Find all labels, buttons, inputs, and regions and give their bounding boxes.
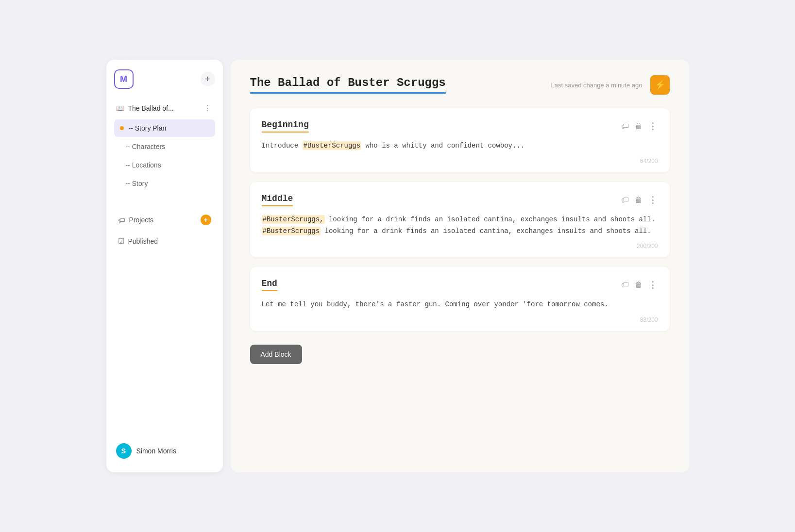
more-icon: ⋮ [648, 280, 657, 290]
story-title: The Ballad of Buster Scruggs [250, 76, 446, 94]
trash-icon: 🗑 [635, 281, 643, 289]
sidebar-item-label: -- Story Plan [129, 124, 167, 132]
check-icon: ☑ [118, 237, 124, 246]
block-actions-beginning: 🏷 🗑 ⋮ [620, 120, 658, 133]
trash-icon: 🗑 [635, 122, 643, 130]
tag-button-middle[interactable]: 🏷 [620, 195, 630, 205]
block-footer-beginning: 64/200 [262, 158, 658, 165]
block-title-end: End [262, 279, 277, 291]
tag-button-end[interactable]: 🏷 [620, 280, 630, 290]
more-button-middle[interactable]: ⋮ [647, 194, 658, 206]
delete-button-middle[interactable]: 🗑 [634, 195, 643, 205]
projects-label: Projects [129, 216, 154, 224]
last-saved-text: Last saved change a minute ago [551, 82, 643, 89]
tag-icon: 🏷 [621, 281, 629, 289]
main-content: The Ballad of Buster Scruggs Last saved … [231, 60, 689, 472]
avatar: S [116, 443, 132, 459]
trash-icon: 🗑 [635, 196, 643, 204]
block-content-middle: #BusterScruggs, looking for a drink find… [262, 214, 658, 237]
sidebar-item-locations[interactable]: -- Locations [114, 156, 215, 174]
more-icon: ⋮ [648, 121, 657, 131]
block-header-end: End 🏷 🗑 ⋮ [262, 279, 658, 291]
add-project-button[interactable]: + [201, 72, 215, 86]
text-part: Introduce [262, 142, 303, 150]
block-beginning: Beginning 🏷 🗑 ⋮ Introduce #B [250, 108, 670, 172]
block-header-middle: Middle 🏷 🗑 ⋮ [262, 194, 658, 206]
sidebar-item-label: -- Story [126, 180, 148, 187]
sidebar-item-published[interactable]: ☑ Published [114, 232, 215, 250]
add-projects-button[interactable]: + [201, 215, 211, 225]
sidebar-item-story-plan[interactable]: -- Story Plan [114, 119, 215, 137]
sidebar-item-story[interactable]: -- Story [114, 175, 215, 192]
block-content-beginning: Introduce #BusterScruggs who is a whitty… [262, 140, 658, 152]
tag-icon: 🏷 [118, 216, 125, 224]
blocks-container: Beginning 🏷 🗑 ⋮ Introduce #B [250, 108, 670, 331]
sidebar-item-label: -- Characters [126, 143, 166, 150]
tag-icon: 🏷 [621, 196, 629, 204]
project-menu-button[interactable]: ⋮ [202, 102, 213, 114]
char-count-middle: 200/200 [637, 243, 658, 249]
block-actions-middle: 🏷 🗑 ⋮ [620, 194, 658, 206]
header-right: Last saved change a minute ago ⚡ [551, 75, 670, 95]
block-actions-end: 🏷 🗑 ⋮ [620, 279, 658, 291]
sidebar: M + 📖 The Ballad of... ⋮ -- Story Plan -… [106, 60, 223, 472]
app-container: M + 📖 The Ballad of... ⋮ -- Story Plan -… [106, 60, 689, 472]
logo: M [114, 69, 134, 89]
delete-button-beginning[interactable]: 🗑 [634, 121, 643, 132]
published-label: Published [128, 237, 158, 245]
text-part: looking for a drink finds an isolated ca… [325, 216, 656, 223]
block-content-end: Let me tell you buddy, there's a faster … [262, 299, 658, 311]
book-icon: 📖 [116, 104, 124, 112]
lightning-icon: ⚡ [655, 80, 665, 90]
user-row: S Simon Morris [114, 439, 215, 463]
more-button-end[interactable]: ⋮ [647, 279, 658, 291]
sidebar-item-characters[interactable]: -- Characters [114, 138, 215, 155]
text-part: who is a whitty and confident cowboy... [361, 142, 524, 150]
add-block-section: Add Block [250, 341, 670, 364]
active-dot [120, 126, 124, 130]
block-middle: Middle 🏷 🗑 ⋮ #BusterScruggs, [250, 182, 670, 258]
sidebar-nav: -- Story Plan -- Characters -- Locations… [114, 119, 215, 192]
sidebar-item-projects[interactable]: 🏷 Projects + [114, 210, 215, 230]
sidebar-header: M + [114, 69, 215, 89]
char-count-end: 83/200 [640, 316, 658, 323]
sidebar-sections: 🏷 Projects + ☑ Published [114, 210, 215, 250]
hashtag-busterscruggs-1: #BusterScruggs, [262, 215, 325, 224]
project-title-row: 📖 The Ballad of... [116, 104, 174, 112]
sidebar-footer: S Simon Morris [114, 432, 215, 463]
more-icon: ⋮ [648, 195, 657, 205]
sidebar-item-label: -- Locations [126, 161, 161, 169]
lightning-button[interactable]: ⚡ [650, 75, 670, 95]
user-name: Simon Morris [136, 447, 176, 455]
text-part: looking for a drink finds an isolated ca… [321, 227, 651, 235]
project-title: The Ballad of... [128, 104, 174, 112]
char-count-beginning: 64/200 [640, 158, 658, 165]
block-footer-end: 83/200 [262, 316, 658, 323]
tag-button-beginning[interactable]: 🏷 [620, 121, 630, 132]
sidebar-project: 📖 The Ballad of... ⋮ [114, 99, 215, 117]
block-header-beginning: Beginning 🏷 🗑 ⋮ [262, 120, 658, 133]
block-title-middle: Middle [262, 194, 293, 206]
block-end: End 🏷 🗑 ⋮ Let me tell you bu [250, 267, 670, 331]
more-button-beginning[interactable]: ⋮ [647, 120, 658, 133]
block-title-beginning: Beginning [262, 120, 309, 133]
main-header: The Ballad of Buster Scruggs Last saved … [250, 75, 670, 95]
text-part: Let me tell you buddy, there's a faster … [262, 300, 609, 308]
add-block-button[interactable]: Add Block [250, 345, 302, 364]
tag-icon: 🏷 [621, 122, 629, 130]
hashtag-busterscruggs: #BusterScruggs [303, 141, 362, 150]
hashtag-busterscruggs-2: #BusterScruggs [262, 227, 321, 235]
delete-button-end[interactable]: 🗑 [634, 280, 643, 290]
block-footer-middle: 200/200 [262, 243, 658, 249]
